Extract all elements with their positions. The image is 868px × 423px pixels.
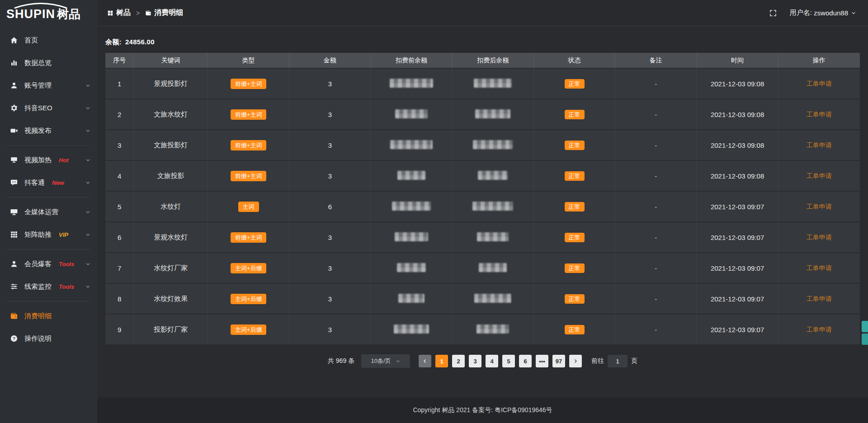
cell-type: 前缀+主词 bbox=[208, 161, 289, 192]
column-header-amount: 金额 bbox=[289, 53, 371, 69]
menu-divider bbox=[7, 197, 90, 197]
page-button-1[interactable]: 1 bbox=[435, 355, 448, 367]
sidebar-item-data-overview[interactable]: 数据总览 bbox=[0, 52, 97, 74]
cell-pre-balance bbox=[371, 284, 452, 315]
page-button-6[interactable]: 6 bbox=[519, 355, 532, 367]
floating-widget-top[interactable] bbox=[862, 321, 868, 332]
prev-page-button[interactable] bbox=[419, 355, 431, 367]
fullscreen-icon[interactable] bbox=[769, 9, 777, 17]
work-order-link[interactable]: 工单申请 bbox=[807, 295, 832, 302]
column-header-note: 备注 bbox=[615, 53, 697, 69]
work-order-link[interactable]: 工单申请 bbox=[807, 264, 832, 272]
sidebar-item-member-baoke[interactable]: 会员爆客Tools bbox=[0, 253, 97, 275]
table-row: 4文旅投影前缀+主词3正常-2021-12-03 09:08工单申请 bbox=[105, 161, 860, 192]
masked-balance bbox=[390, 79, 433, 88]
sidebar-item-label: 账号管理 bbox=[24, 81, 52, 90]
status-badge: 正常 bbox=[565, 233, 585, 242]
masked-balance bbox=[472, 202, 513, 211]
video-icon bbox=[10, 127, 18, 135]
cell-note: - bbox=[615, 192, 697, 222]
cell-keyword: 投影灯厂家 bbox=[134, 315, 208, 345]
grid-icon bbox=[10, 230, 18, 239]
sidebar-item-consumption-detail[interactable]: 消费明细 bbox=[0, 305, 97, 327]
cell-status: 正常 bbox=[534, 130, 615, 161]
cell-amount: 6 bbox=[289, 192, 371, 222]
status-badge: 正常 bbox=[565, 325, 585, 334]
work-order-link[interactable]: 工单申请 bbox=[807, 326, 832, 333]
work-order-link[interactable]: 工单申请 bbox=[807, 172, 832, 179]
page-size-select[interactable]: 10条/页 bbox=[361, 354, 410, 368]
chevron-down-icon bbox=[85, 232, 91, 238]
column-header-index: 序号 bbox=[105, 53, 134, 69]
cell-pre-balance bbox=[371, 99, 452, 130]
cell-action: 工单申请 bbox=[778, 222, 860, 253]
sidebar-item-douyin-seo[interactable]: 抖音SEO bbox=[0, 97, 97, 119]
cell-note: - bbox=[615, 161, 697, 192]
floating-widget-bottom[interactable] bbox=[862, 334, 868, 345]
sidebar-item-video-publish[interactable]: 视频发布 bbox=[0, 119, 97, 142]
breadcrumb-item[interactable]: 消费明细 bbox=[145, 8, 183, 18]
page-button-2[interactable]: 2 bbox=[452, 355, 465, 367]
user-icon bbox=[10, 81, 18, 89]
chevron-down-icon bbox=[396, 359, 401, 364]
cell-index: 1 bbox=[105, 69, 134, 99]
masked-balance bbox=[478, 171, 508, 180]
floating-widget[interactable] bbox=[862, 321, 868, 345]
status-badge: 正常 bbox=[565, 202, 585, 212]
work-order-link[interactable]: 工单申请 bbox=[807, 141, 832, 149]
cell-time: 2021-12-03 09:08 bbox=[697, 130, 778, 161]
page-button-3[interactable]: 3 bbox=[469, 355, 481, 367]
cell-index: 3 bbox=[105, 130, 134, 161]
sidebar-item-label: 全媒体运营 bbox=[24, 208, 58, 216]
page-button-5[interactable]: 5 bbox=[502, 355, 515, 367]
sidebar-item-media-operation[interactable]: 全媒体运营 bbox=[0, 201, 97, 223]
masked-balance bbox=[476, 324, 509, 334]
sidebar-item-operation-guide[interactable]: ?操作说明 bbox=[0, 327, 97, 350]
gear-icon bbox=[10, 104, 18, 112]
sidebar-item-label: 抖音SEO bbox=[24, 104, 52, 113]
cell-keyword: 文旅投影 bbox=[134, 161, 208, 192]
user-menu[interactable]: 用户名: zswodun88 bbox=[790, 9, 856, 17]
cell-amount: 3 bbox=[289, 253, 371, 284]
page-button-97[interactable]: 97 bbox=[552, 355, 565, 367]
sidebar-item-label: 会员爆客 bbox=[24, 260, 52, 268]
type-badge: 前缀+主词 bbox=[231, 109, 267, 120]
type-badge: 主词+后缀 bbox=[231, 324, 267, 335]
cell-note: - bbox=[615, 222, 697, 253]
type-badge: 前缀+主词 bbox=[231, 79, 267, 89]
sidebar-item-video-heating[interactable]: 视频加热Hot bbox=[0, 149, 97, 171]
work-order-link[interactable]: 工单申请 bbox=[807, 111, 832, 118]
column-header-action: 操作 bbox=[778, 53, 860, 69]
cell-time: 2021-12-03 09:08 bbox=[697, 69, 778, 99]
masked-balance bbox=[474, 79, 512, 88]
sidebar-item-home[interactable]: 首页 bbox=[0, 29, 97, 52]
cell-amount: 3 bbox=[289, 161, 371, 192]
table-row: 7水纹灯厂家主词+后缀3正常-2021-12-03 09:07工单申请 bbox=[105, 253, 860, 284]
cell-pre-balance bbox=[371, 69, 452, 99]
cell-post-balance bbox=[453, 130, 534, 161]
next-page-button[interactable] bbox=[569, 355, 582, 367]
breadcrumb-item[interactable]: 树品 bbox=[107, 8, 131, 18]
cell-keyword: 水纹灯厂家 bbox=[134, 253, 208, 284]
column-header-type: 类型 bbox=[208, 53, 289, 69]
wallet-small-icon bbox=[145, 10, 151, 16]
main-column: 树品>消费明细 用户名: zswodun88 余额:24856.00 序号关 bbox=[97, 0, 868, 423]
content: 余额:24856.00 序号关键词类型金额扣费前余额扣费后余额状态备注时间操作 … bbox=[97, 26, 868, 398]
sidebar-item-lead-monitor[interactable]: 线索监控Tools bbox=[0, 275, 97, 298]
work-order-link[interactable]: 工单申请 bbox=[807, 80, 832, 87]
status-badge: 正常 bbox=[565, 171, 585, 181]
cell-status: 正常 bbox=[534, 161, 615, 192]
work-order-link[interactable]: 工单申请 bbox=[807, 203, 832, 210]
goto-page-input[interactable] bbox=[608, 355, 627, 367]
chevron-down-icon bbox=[85, 105, 91, 111]
cell-note: - bbox=[615, 284, 697, 315]
sidebar-item-label: 视频发布 bbox=[24, 127, 52, 135]
sidebar-item-matrix-boost[interactable]: 矩阵助推VIP bbox=[0, 223, 97, 246]
cell-pre-balance bbox=[371, 222, 452, 253]
sidebar-item-douketong[interactable]: 抖客通New bbox=[0, 171, 97, 194]
more-pages-button[interactable]: ••• bbox=[536, 355, 548, 367]
sidebar-item-account-management[interactable]: 账号管理 bbox=[0, 74, 97, 97]
page-button-4[interactable]: 4 bbox=[486, 355, 498, 367]
topbar-right: 用户名: zswodun88 bbox=[769, 9, 856, 17]
work-order-link[interactable]: 工单申请 bbox=[807, 234, 832, 241]
